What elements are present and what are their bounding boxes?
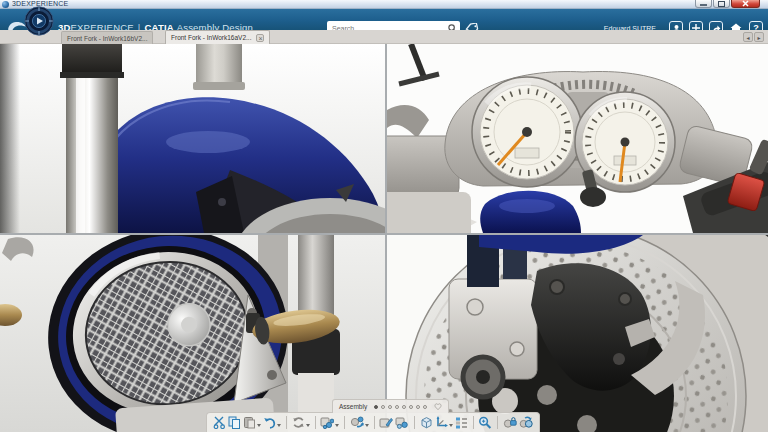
toolbar-separator [286, 416, 287, 429]
dropdown-caret[interactable] [449, 424, 453, 427]
copy-button[interactable] [228, 414, 241, 431]
render-headlamp [0, 235, 385, 432]
tab-scroll-right-icon[interactable]: ▸ [754, 32, 764, 42]
cut-button[interactable] [213, 414, 226, 431]
render-cockpit [387, 44, 768, 233]
viewport-cockpit-gauges[interactable] [387, 44, 768, 233]
page-dot[interactable] [388, 405, 392, 409]
page-dot[interactable] [395, 405, 399, 409]
update-button[interactable] [292, 414, 305, 431]
render-front-fender [0, 44, 385, 233]
viewport-headlamp[interactable] [0, 235, 385, 432]
dropdown-caret[interactable] [335, 424, 339, 427]
action-bar-section[interactable]: Assembly [332, 399, 449, 413]
application-window: 3DEXPERIENCE 3DEXPERIENCE|CATIA Assembly… [0, 0, 768, 432]
page-dot[interactable] [381, 405, 385, 409]
minimize-icon[interactable] [695, 0, 712, 8]
page-dot[interactable] [374, 405, 378, 409]
toolbar-separator [374, 416, 375, 429]
dropdown-caret[interactable] [365, 424, 369, 427]
heart-icon[interactable] [434, 403, 442, 410]
page-dots [374, 405, 430, 409]
page-dot[interactable] [402, 405, 406, 409]
fix-component-button[interactable] [503, 414, 517, 431]
quad-viewport-area [0, 44, 768, 432]
action-toolbar [206, 412, 540, 432]
edit-product-button[interactable] [379, 414, 393, 431]
flexible-component-button[interactable] [519, 414, 533, 431]
section-label: Assembly [339, 403, 367, 410]
tab-scroll-left-icon[interactable]: ◂ [743, 32, 753, 42]
3d-compass[interactable] [24, 6, 54, 36]
document-tabbar: Front Fork - InWork16bV2... Front Fork -… [0, 30, 768, 44]
toolbar-separator [497, 416, 498, 429]
toolbar-separator [414, 416, 415, 429]
insert-component-button[interactable] [320, 414, 334, 431]
toolbar-separator [344, 416, 345, 429]
page-dot[interactable] [409, 405, 413, 409]
tab-label: Front Fork - InWork16aV2... [171, 34, 251, 41]
undo-button[interactable] [263, 414, 276, 431]
volume-button[interactable] [420, 414, 433, 431]
toolbar-separator [473, 416, 474, 429]
app-window-icon [2, 1, 9, 8]
dropdown-caret[interactable] [257, 424, 261, 427]
dropdown-caret[interactable] [277, 424, 281, 427]
replace-component-button[interactable] [350, 414, 364, 431]
tab-front-fork-a[interactable]: Front Fork - InWork16aV2... × [165, 30, 270, 44]
tab-label: Front Fork - InWork16bV2... [67, 35, 147, 42]
axis-system-button[interactable] [435, 414, 448, 431]
close-icon[interactable] [731, 0, 760, 8]
product-instances-button[interactable] [395, 414, 409, 431]
window-titlebar: 3DEXPERIENCE [0, 0, 768, 9]
reorder-tree-button[interactable] [455, 414, 468, 431]
viewport-front-fender[interactable] [0, 44, 385, 233]
toolbar-separator [315, 416, 316, 429]
tab-front-fork-b[interactable]: Front Fork - InWork16bV2... [61, 31, 153, 44]
app-header-bar: 3DEXPERIENCE|CATIA Assembly Design Edoua… [0, 9, 768, 30]
speedometer [472, 77, 582, 187]
paste-button[interactable] [243, 414, 256, 431]
page-dot[interactable] [416, 405, 420, 409]
maximize-icon[interactable] [713, 0, 730, 8]
page-dot[interactable] [423, 405, 427, 409]
tab-close-icon[interactable]: × [256, 34, 264, 42]
explore-button[interactable] [478, 414, 492, 431]
dropdown-caret[interactable] [306, 424, 310, 427]
